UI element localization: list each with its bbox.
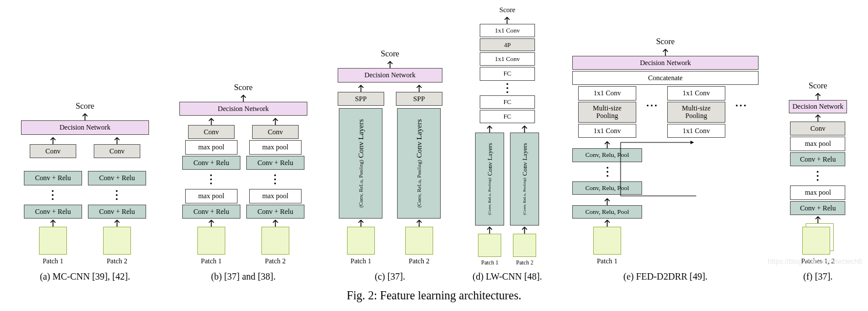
arrow-up-icon <box>603 197 611 205</box>
arrow-up-icon <box>271 219 279 227</box>
vertical-dots-icon <box>817 171 819 181</box>
figure-caption: Fig. 2: Feature learning architectures. <box>0 289 868 302</box>
arrow-up-icon <box>49 136 57 144</box>
watermark-text: https://blog.csdn.net/electech6 <box>768 258 862 266</box>
subtitle-e: (e) FED-D2DRR [49]. <box>623 271 707 282</box>
conv-layers-box: Conv Layers (Conv, ReLu, Pooling) <box>397 108 441 219</box>
conv-relu-box: Conv + Relu <box>790 152 845 166</box>
arrow-up-icon <box>271 117 279 125</box>
score-label: Score <box>234 83 253 92</box>
patch-label: Patch 1 <box>350 257 371 266</box>
conv-relu-box: Conv + Relu <box>246 156 304 170</box>
arrow-up-icon <box>386 60 394 68</box>
conv-layers-sub: (Conv, ReLu, Pooling) <box>358 160 364 208</box>
patch-label: Patch 2 <box>265 257 286 266</box>
skip-connector-icon <box>661 138 731 196</box>
conv-layers-sub: (Conv, ReLu, Pooling) <box>487 178 492 215</box>
conv-relu-box: Conv + Relu <box>246 205 304 219</box>
decision-network-box: Decision Network <box>179 102 307 116</box>
arrow-up-icon <box>520 226 529 234</box>
patch-box <box>478 234 501 257</box>
fc-box: FC <box>480 110 535 123</box>
patch-stack-box <box>802 223 834 255</box>
patch-label: Patch 2 <box>516 259 534 266</box>
conv-relu-box: Conv + Relu <box>182 156 240 170</box>
four-p-box: 4P <box>480 38 535 51</box>
conv-layers-label: Conv Layers <box>356 119 366 158</box>
score-label: Score <box>809 81 827 91</box>
conv-layers-sub: (Conv, ReLu, Pooling) <box>416 160 422 208</box>
patch-label: Patch 1 <box>597 257 618 266</box>
conv1x1-box: 1x1 Conv <box>480 24 535 37</box>
maxpool-box: max pool <box>185 140 238 154</box>
conv-relu-pool-box: Conv, Relu, Pool <box>572 205 642 219</box>
patch-box <box>593 227 621 255</box>
arrow-up-icon <box>357 219 365 227</box>
subtitle-d: (d) LW-CNN [48]. <box>473 271 542 282</box>
conv-relu-box: Conv + Relu <box>88 205 146 219</box>
patch-box <box>347 227 375 255</box>
conv1x1-box: 1x1 Conv <box>667 124 725 138</box>
conv-relu-box: Conv + Relu <box>182 205 240 219</box>
conv-box: Conv <box>94 144 140 158</box>
arrow-up-icon <box>239 94 247 102</box>
conv-box: Conv <box>252 125 299 139</box>
vertical-dots-icon <box>506 83 508 93</box>
concat-box: Concatenate <box>572 71 759 85</box>
score-label: Score <box>656 37 675 47</box>
maxpool-box: max pool <box>790 185 845 199</box>
conv-layers-label: Conv Layers <box>486 143 493 176</box>
patch-label: Patch 2 <box>409 257 430 266</box>
conv-relu-box: Conv + Relu <box>24 171 82 185</box>
vertical-dots-icon <box>274 174 276 184</box>
arrow-up-icon <box>207 219 215 227</box>
patch-label: Patch 1 <box>42 257 63 266</box>
patch-box <box>405 227 433 255</box>
conv-layers-box: Conv Layers (Conv, ReLu, Pooling) <box>475 133 504 226</box>
conv-relu-box: Conv + Relu <box>24 205 82 219</box>
arrow-up-icon <box>603 140 611 148</box>
arrow-up-icon <box>520 124 529 133</box>
multisize-pool-box: Multi-size Pooling <box>667 102 725 123</box>
arch-f: Score Decision Network Conv max pool Con… <box>789 81 847 282</box>
patch-label: Patch 1 <box>481 259 499 266</box>
conv-layers-label: Conv Layers <box>521 143 528 176</box>
maxpool-box: max pool <box>249 140 302 154</box>
subtitle-c: (c) [37]. <box>375 271 405 282</box>
horizontal-dots-icon <box>736 105 746 106</box>
arrow-up-icon <box>113 219 121 227</box>
vertical-dots-icon <box>210 174 212 184</box>
arrow-up-icon <box>814 215 822 223</box>
subtitle-f: (f) [37]. <box>803 271 833 282</box>
vertical-dots-icon <box>607 167 608 177</box>
patch-box <box>197 227 225 255</box>
multisize-pool-box: Multi-size Pooling <box>578 102 636 123</box>
horizontal-dots-icon <box>647 105 657 106</box>
arrow-up-icon <box>81 112 89 120</box>
arrow-up-icon <box>415 84 423 92</box>
conv-relu-pool-box: Conv, Relu, Pool <box>572 181 642 195</box>
conv-layers-box: Conv Layers (Conv, ReLu, Pooling) <box>339 108 382 219</box>
arrow-up-icon <box>415 219 423 227</box>
arrow-up-icon <box>486 124 494 133</box>
spp-box: SPP <box>338 92 384 106</box>
arch-e: Score Decision Network Concatenate 1x1 C… <box>572 37 759 283</box>
maxpool-box: max pool <box>249 189 302 203</box>
patch-label: Patch 2 <box>107 257 127 266</box>
conv-layers-sub: (Conv, ReLu, Pooling) <box>522 178 527 215</box>
conv-box: Conv <box>30 144 76 158</box>
vertical-dots-icon <box>116 190 118 200</box>
patch-box <box>261 227 289 255</box>
arrow-up-icon <box>661 48 669 56</box>
maxpool-box: max pool <box>790 137 845 151</box>
decision-network-box: Decision Network <box>789 100 847 113</box>
subtitle-a: (a) MC-CNN [39], [42]. <box>40 271 130 282</box>
arrow-up-icon <box>603 219 611 227</box>
arrow-up-icon <box>49 219 57 227</box>
subtitle-b: (b) [37] and [38]. <box>211 271 275 282</box>
conv1x1-box: 1x1 Conv <box>480 52 535 66</box>
arch-c: Score Decision Network SPP Conv Layers (… <box>338 49 442 282</box>
conv-relu-box: Conv + Relu <box>88 171 146 185</box>
arrow-up-icon <box>357 84 365 92</box>
decision-network-box: Decision Network <box>338 68 442 82</box>
